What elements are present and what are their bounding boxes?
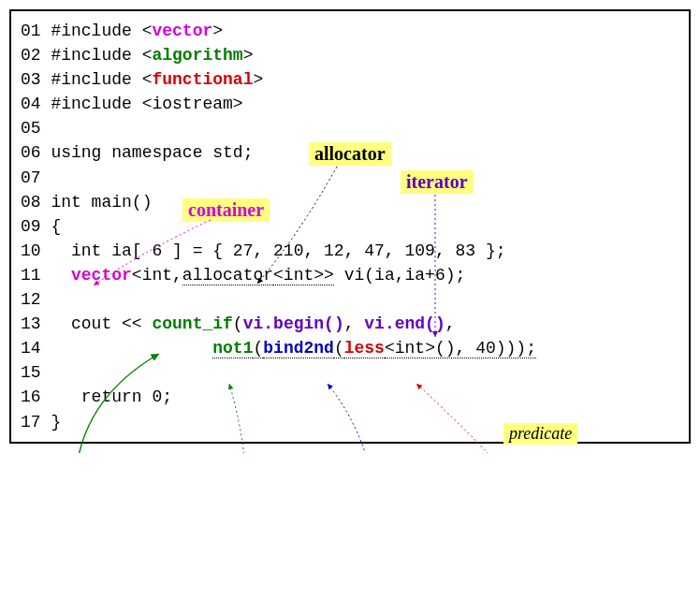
keyword-functional: functional <box>152 70 253 89</box>
code-line: 04 #include <iostream> <box>21 92 679 116</box>
label-container: container <box>182 198 270 222</box>
keyword-vector: vector <box>152 22 212 40</box>
keyword-algorithm: algorithm <box>152 46 242 65</box>
label-iterator: iterator <box>401 170 474 194</box>
code-line: 08 int main() <box>21 190 679 214</box>
keyword-allocator: allocator <box>182 266 273 285</box>
code-line: 11 vector<int,allocator<int>> vi(ia,ia+6… <box>21 263 679 287</box>
code-line: 09 { <box>21 214 679 239</box>
code-line: 10 int ia[ 6 ] = { 27, 210, 12, 47, 109,… <box>21 239 679 263</box>
code-line: 15 <box>21 360 679 385</box>
label-predicate: predicate <box>503 423 577 445</box>
keyword-vector-use: vector <box>71 266 132 285</box>
code-line: 16 return 0; <box>21 385 679 409</box>
code-line: 02 #include <algorithm> <box>21 43 679 67</box>
code-line: 14 not1(bind2nd(less<int>(), 40))); <box>21 336 679 360</box>
code-line: 01 #include <vector> <box>21 19 679 43</box>
code-line: 17 } <box>21 410 679 434</box>
keyword-end: vi.end() <box>364 314 445 333</box>
code-box: 01 #include <vector> 02 #include <algori… <box>9 9 691 444</box>
code-line: 07 <box>21 166 679 190</box>
keyword-count-if: count_if <box>152 314 232 333</box>
code-line: 13 cout << count_if(vi.begin(), vi.end()… <box>21 312 679 336</box>
keyword-begin: vi.begin() <box>243 314 344 333</box>
label-allocator: allocator <box>309 142 391 166</box>
keyword-less: less <box>344 339 385 358</box>
keyword-bind2nd: bind2nd <box>263 339 334 358</box>
keyword-not1: not1 <box>212 339 253 358</box>
code-line: 05 <box>21 116 679 140</box>
code-line: 12 <box>21 287 679 312</box>
code-line: 03 #include <functional> <box>21 67 679 92</box>
